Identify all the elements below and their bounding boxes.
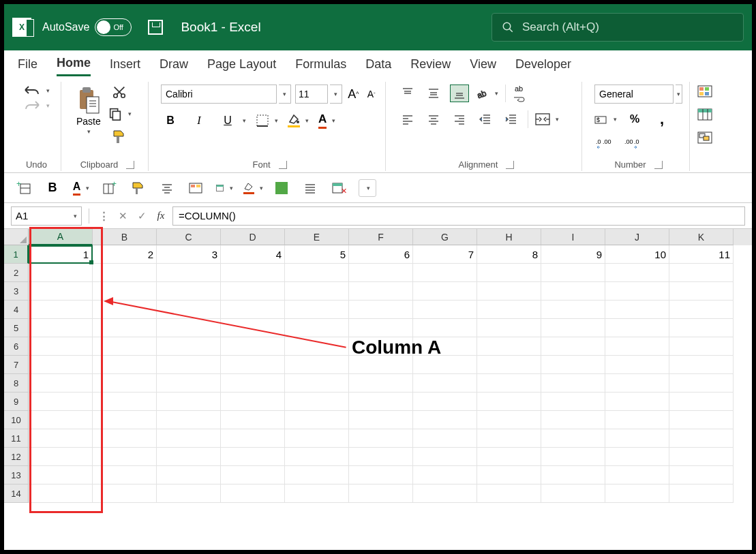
tab-data[interactable]: Data [365,53,391,76]
cell[interactable] [157,484,221,503]
fx-icon[interactable]: fx [153,209,168,224]
align-middle-button[interactable] [424,84,443,102]
cell[interactable] [669,356,734,374]
cell[interactable] [477,484,541,503]
cell[interactable] [221,374,285,393]
cell[interactable] [29,393,93,411]
number-launcher[interactable] [654,161,663,169]
cell[interactable]: 8 [477,245,541,264]
cell[interactable] [29,264,93,282]
cell[interactable] [157,429,221,448]
decrease-decimal-button[interactable]: .00.0 [623,135,642,153]
cancel-formula-icon[interactable]: ✕ [115,209,130,224]
cell[interactable] [93,393,157,411]
tab-view[interactable]: View [470,53,496,76]
cell[interactable] [157,393,221,411]
align-quick-icon[interactable] [301,179,319,197]
cell[interactable] [605,282,669,301]
accept-formula-icon[interactable]: ✓ [134,209,149,224]
cell[interactable] [349,264,413,282]
search-input[interactable]: Search (Alt+Q) [492,13,744,42]
bold-button[interactable]: B [161,112,180,129]
cell[interactable] [93,429,157,448]
row-header[interactable]: 2 [4,264,29,282]
col-header-h[interactable]: H [477,229,541,245]
increase-font-button[interactable]: A^ [346,85,361,103]
cell[interactable] [29,411,93,429]
cell[interactable] [93,319,157,337]
autosave-toggle[interactable]: AutoSave Off [42,18,132,36]
cell[interactable] [157,282,221,301]
align-left-button[interactable] [398,110,417,128]
cell[interactable] [221,301,285,319]
cell[interactable] [477,393,541,411]
cell[interactable] [29,429,93,448]
cell[interactable]: 4 [221,245,285,264]
align-top-button[interactable] [398,84,417,102]
delete-table-icon[interactable]: ✕ [330,179,348,197]
cell[interactable] [93,264,157,282]
table-quick-icon[interactable]: ▾ [215,179,233,197]
cell[interactable] [157,411,221,429]
cell[interactable] [29,484,93,503]
cell[interactable] [605,264,669,282]
cell[interactable] [29,356,93,374]
cell[interactable] [349,429,413,448]
cell[interactable]: 1 [29,245,93,264]
row-header[interactable]: 3 [4,282,29,301]
row-header[interactable]: 9 [4,393,29,411]
row-header[interactable]: 4 [4,301,29,319]
cell[interactable] [93,282,157,301]
cell-styles-icon[interactable] [697,131,713,144]
tab-draw[interactable]: Draw [160,53,188,76]
align-center-button[interactable] [424,110,443,128]
row-header[interactable]: 13 [4,466,29,484]
col-header-g[interactable]: G [413,229,477,245]
cell[interactable] [221,448,285,466]
cell[interactable] [477,374,541,393]
cell[interactable] [541,301,605,319]
cell[interactable] [669,264,734,282]
bold-quick-button[interactable]: B [44,179,61,197]
cell[interactable] [349,374,413,393]
cell[interactable] [285,466,349,484]
cell[interactable] [413,374,477,393]
cell[interactable] [477,429,541,448]
cell[interactable] [669,374,734,393]
cell[interactable] [605,301,669,319]
alignment-launcher[interactable] [506,161,514,169]
cell[interactable] [157,448,221,466]
tab-review[interactable]: Review [410,53,451,76]
cell[interactable] [477,411,541,429]
cell[interactable] [541,356,605,374]
highlight-quick-icon[interactable] [187,179,205,197]
cell[interactable] [477,337,541,356]
cell[interactable]: 7 [413,245,477,264]
cell[interactable] [477,448,541,466]
save-icon[interactable] [148,20,163,35]
decrease-font-button[interactable]: Aˇ [365,85,379,103]
select-all-corner[interactable] [4,229,29,245]
cell[interactable] [221,282,285,301]
center-quick-icon[interactable] [158,179,176,197]
redo-button[interactable]: ▾ [23,99,50,112]
underline-button[interactable]: U▾ [218,112,246,129]
cell[interactable] [349,282,413,301]
cell[interactable] [669,429,734,448]
cell[interactable] [669,484,734,503]
col-header-j[interactable]: J [605,229,669,245]
cell[interactable] [413,411,477,429]
cell[interactable] [477,466,541,484]
row-header[interactable]: 7 [4,356,29,374]
formula-input[interactable] [172,206,745,226]
cell[interactable] [285,448,349,466]
cell[interactable] [221,484,285,503]
green-fill-icon[interactable] [273,179,290,197]
cell[interactable] [93,484,157,503]
format-painter-quick-icon[interactable] [130,179,147,197]
cell[interactable] [221,264,285,282]
cell[interactable] [29,466,93,484]
cell[interactable]: 9 [541,245,605,264]
cell[interactable] [605,393,669,411]
cell[interactable] [93,411,157,429]
